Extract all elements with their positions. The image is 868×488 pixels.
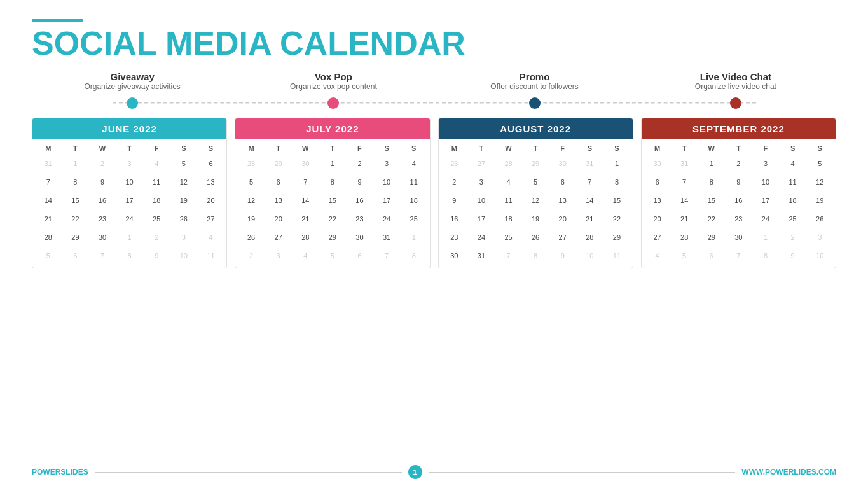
sep-cell: 16: [726, 192, 752, 210]
june-cell: 1: [62, 155, 89, 173]
june-cell: 10: [116, 174, 143, 192]
brand-power: POWER: [32, 468, 60, 477]
june-cell: 21: [35, 211, 62, 228]
sep-cell: 26: [806, 211, 833, 228]
brand-slides: SLIDES: [60, 468, 88, 477]
july-dh-f: F: [347, 142, 373, 155]
july-cell: 2: [347, 155, 373, 173]
aug-cell: 7: [577, 174, 603, 192]
july-cell: 6: [265, 174, 292, 192]
sep-cell: 2: [780, 229, 806, 247]
category-promo-title: Promo: [434, 71, 635, 82]
june-cell: 11: [198, 247, 224, 265]
page-title: SOCIAL MEDIA CALENDAR: [32, 27, 836, 60]
sep-dh-f: F: [752, 142, 779, 155]
july-cell: 3: [373, 155, 400, 173]
june-cell: 20: [198, 192, 224, 210]
sep-cell: 28: [671, 229, 698, 247]
sep-cell: 4: [780, 155, 806, 173]
june-cell: 2: [89, 155, 116, 173]
sep-cell: 19: [806, 192, 833, 210]
june-cell: 22: [62, 211, 89, 228]
july-cell: 6: [347, 247, 373, 265]
june-cell: 17: [116, 192, 143, 210]
timeline-dot-livechat: [730, 97, 741, 109]
aug-cell: 26: [522, 229, 549, 247]
july-dh-t1: T: [265, 142, 292, 155]
june-cell: 5: [35, 247, 62, 265]
july-cell-8: 8: [319, 174, 346, 192]
calendar-august: AUGUST 2022 M T W T F S S 26 27 28 29 30…: [438, 118, 633, 268]
july-dh-t2: T: [319, 142, 346, 155]
sep-cell: 14: [671, 192, 698, 210]
timeline-dot-promo: [529, 97, 541, 109]
sep-cell: 4: [644, 247, 671, 265]
june-cell: 15: [62, 192, 89, 210]
july-cell: 9: [347, 174, 373, 192]
july-cell-18: 18: [401, 192, 427, 210]
sep-cell: 3: [806, 229, 833, 247]
aug-cell: 25: [495, 229, 522, 247]
june-cell: 3: [116, 155, 143, 173]
website-link: WWW.POWERLIDES.COM: [741, 468, 836, 477]
july-cell: 17: [373, 192, 400, 210]
footer-line-right: [429, 472, 736, 473]
sep-cell: 7: [726, 247, 752, 265]
aug-cell: 10: [468, 192, 495, 210]
page-number-badge: 1: [408, 465, 422, 479]
sep-cell: 30: [644, 155, 671, 173]
sep-cell: 20: [644, 211, 671, 228]
aug-cell: 9: [549, 247, 576, 265]
june-cell: 6: [198, 155, 224, 173]
june-grid: M T W T F S S 31 1 2 3 4 5 6 7: [35, 142, 224, 265]
july-cell: 8: [401, 247, 427, 265]
sep-cell: 6: [698, 247, 725, 265]
june-cell: 12: [170, 174, 197, 192]
aug-cell: 28: [577, 229, 603, 247]
header-accent-line: [32, 19, 83, 22]
sep-cell-27: 27: [644, 229, 671, 247]
august-header: AUGUST 2022: [439, 118, 633, 139]
sep-cell: 5: [806, 155, 833, 173]
aug-cell: 31: [577, 155, 603, 173]
june-cell: 11: [143, 174, 170, 192]
july-dh-s1: S: [373, 142, 400, 155]
aug-cell: 15: [603, 192, 630, 210]
footer: POWERSLIDES 1 WWW.POWERLIDES.COM: [32, 465, 836, 479]
june-cell: 4: [198, 229, 224, 247]
july-dh-s2: S: [401, 142, 427, 155]
sep-cell: 8: [752, 247, 779, 265]
sep-cell-12: 12: [806, 174, 833, 192]
sep-cell: 17: [752, 192, 779, 210]
september-body: M T W T F S S 30 31 1 2 3 4 5 6: [642, 139, 836, 268]
timeline-dot-voxpop: [327, 97, 339, 109]
june-cell: 25: [143, 211, 170, 228]
july-cell: 24: [373, 211, 400, 228]
aug-cell: 9: [441, 192, 468, 210]
aug-cell: 7: [495, 247, 522, 265]
july-cell: 4: [401, 155, 427, 173]
aug-cell-29: 29: [603, 229, 630, 247]
aug-cell: 27: [468, 155, 495, 173]
june-cell: 19: [170, 192, 197, 210]
aug-dh-w: W: [495, 142, 522, 155]
category-voxpop: Vox Pop Organize vox pop content: [233, 71, 434, 91]
sep-cell: 24: [752, 211, 779, 228]
july-cell: 26: [238, 229, 265, 247]
july-cell: 21: [292, 211, 319, 228]
june-cell: 18: [143, 192, 170, 210]
july-cell: 25: [401, 211, 427, 228]
june-cell: 31: [35, 155, 62, 173]
page-number: 1: [413, 468, 417, 476]
sep-cell: 8: [698, 174, 725, 192]
sep-cell-18: 18: [780, 192, 806, 210]
june-cell: 13: [198, 174, 224, 192]
aug-cell: 5: [522, 174, 549, 192]
sep-cell: 2: [726, 155, 752, 173]
sep-cell: 6: [644, 174, 671, 192]
brand-name: POWERSLIDES: [32, 468, 88, 477]
july-cell: 14: [292, 192, 319, 210]
category-livechat-sub: Organize live video chat: [635, 82, 836, 91]
june-cell: 8: [116, 247, 143, 265]
category-giveaway: Giveaway Organize giveaway activities: [32, 71, 233, 91]
